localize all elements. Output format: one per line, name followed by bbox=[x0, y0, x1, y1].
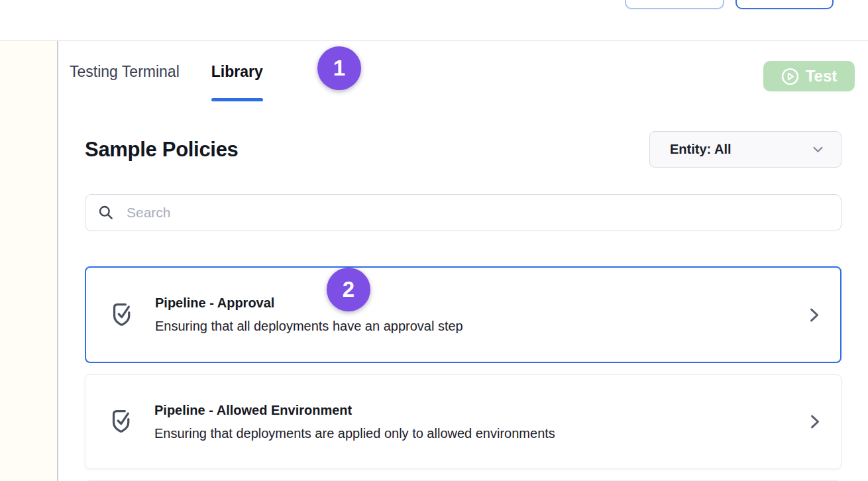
policy-list: Pipeline - Approval Ensuring that all de… bbox=[85, 266, 841, 481]
policy-card-text: Pipeline - Allowed Environment Ensuring … bbox=[154, 403, 555, 441]
search-box[interactable] bbox=[85, 194, 841, 231]
play-circle-icon bbox=[781, 68, 799, 85]
policy-title: Pipeline - Allowed Environment bbox=[154, 403, 555, 418]
test-button-label: Test bbox=[806, 67, 838, 85]
active-tab-underline bbox=[211, 98, 263, 101]
discard-button-label: Discard bbox=[760, 0, 808, 1]
policy-title: Pipeline - Approval bbox=[155, 295, 463, 311]
shield-check-icon bbox=[109, 301, 134, 329]
policy-description: Ensuring that deployments are applied on… bbox=[154, 426, 555, 441]
heading-row: Sample Policies Entity: All bbox=[85, 131, 841, 168]
tab-testing-terminal-label: Testing Terminal bbox=[70, 63, 180, 80]
policy-card-pipeline-allowed-environment[interactable]: Pipeline - Allowed Environment Ensuring … bbox=[85, 374, 841, 469]
test-button[interactable]: Test bbox=[763, 61, 855, 91]
annotation-badge-2-number: 2 bbox=[343, 277, 354, 302]
left-sidebar-strip bbox=[0, 41, 58, 481]
policy-description: Ensuring that all deployments have an ap… bbox=[155, 319, 463, 334]
tab-library-label: Library bbox=[211, 63, 263, 80]
shield-check-icon bbox=[109, 407, 133, 436]
tab-testing-terminal[interactable]: Testing Terminal bbox=[59, 63, 190, 101]
policy-card-text: Pipeline - Approval Ensuring that all de… bbox=[155, 295, 463, 334]
page-title: Sample Policies bbox=[85, 138, 239, 162]
entity-filter-label: Entity: All bbox=[670, 142, 810, 157]
entity-filter-dropdown[interactable]: Entity: All bbox=[649, 131, 841, 168]
chevron-right-icon bbox=[806, 413, 824, 431]
search-input[interactable] bbox=[127, 205, 829, 221]
annotation-badge-1-number: 1 bbox=[333, 56, 345, 81]
annotation-badge-2: 2 bbox=[327, 268, 370, 311]
save-button-label: Save bbox=[666, 0, 697, 1]
plus-icon: + bbox=[652, 0, 661, 2]
top-header-bar: + Save Discard bbox=[0, 0, 868, 41]
tab-bar: Testing Terminal Library bbox=[58, 63, 868, 101]
tab-library[interactable]: Library bbox=[201, 63, 274, 101]
search-icon bbox=[97, 204, 115, 221]
annotation-badge-1: 1 bbox=[317, 46, 361, 90]
chevron-down-icon bbox=[810, 141, 826, 158]
chevron-right-icon bbox=[805, 306, 823, 324]
policy-card-pipeline-approval[interactable]: Pipeline - Approval Ensuring that all de… bbox=[85, 266, 841, 363]
main-panel: Testing Terminal Library Test Sample Pol… bbox=[58, 41, 868, 481]
discard-button[interactable]: Discard bbox=[735, 0, 834, 9]
save-button[interactable]: + Save bbox=[625, 0, 724, 9]
